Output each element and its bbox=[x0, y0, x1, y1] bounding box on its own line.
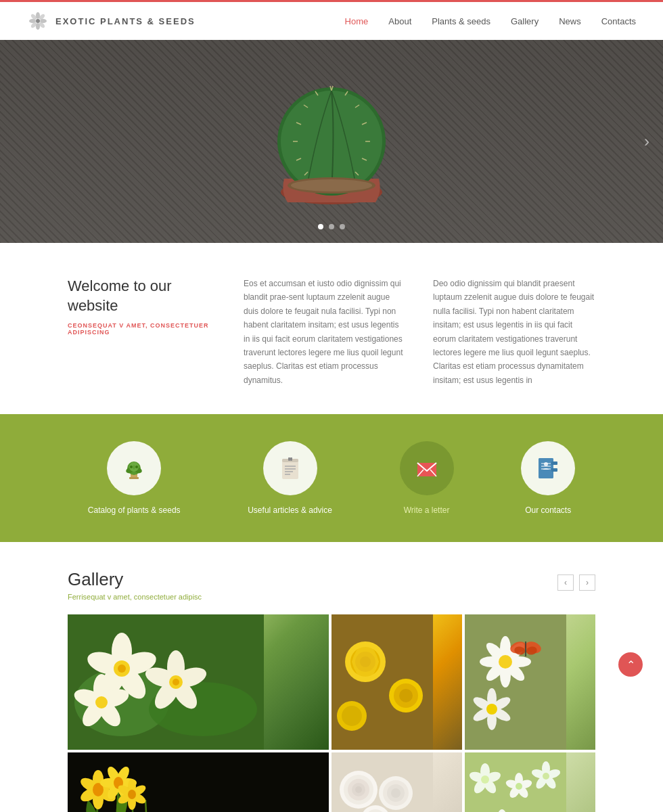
gallery-item-4[interactable] bbox=[68, 752, 329, 812]
gallery-next-button[interactable]: › bbox=[579, 574, 595, 591]
banner-catalog[interactable]: Catalog of plants & seeds bbox=[88, 441, 181, 515]
gallery-nav: ‹ › bbox=[557, 569, 595, 591]
welcome-col1: Eos et accumsan et iusto odio dignissim … bbox=[244, 277, 406, 387]
welcome-col2: Deo odio dignissim qui blandit praesent … bbox=[433, 277, 595, 387]
articles-circle bbox=[263, 441, 317, 495]
logo-text: EXOTIC PLANTS & SEEDS bbox=[55, 16, 196, 26]
hero-cactus-image bbox=[257, 67, 406, 216]
svg-point-71 bbox=[173, 679, 179, 685]
hero-dot-2[interactable] bbox=[329, 224, 334, 229]
banner-articles[interactable]: Useful articles & advice bbox=[248, 441, 332, 515]
gallery-grid bbox=[68, 614, 595, 812]
svg-point-173 bbox=[543, 773, 549, 780]
logo-flower-icon bbox=[27, 10, 49, 32]
svg-point-64 bbox=[118, 664, 126, 673]
gallery-title: Gallery bbox=[68, 569, 202, 590]
hero-dot-3[interactable] bbox=[340, 224, 345, 229]
svg-rect-42 bbox=[288, 457, 290, 461]
nav-gallery[interactable]: Gallery bbox=[511, 16, 539, 26]
catalog-circle bbox=[107, 441, 161, 495]
welcome-title: Welcome to our website bbox=[68, 277, 216, 315]
svg-point-77 bbox=[95, 696, 108, 708]
gallery-item-6[interactable] bbox=[465, 752, 595, 812]
green-banner: Catalog of plants & seeds Useful article… bbox=[0, 414, 663, 542]
hero-next-arrow[interactable]: › bbox=[644, 132, 649, 151]
main-nav: Home About Plants & seeds Gallery News C… bbox=[345, 16, 636, 26]
hero-dots bbox=[318, 224, 345, 229]
gallery-prev-button[interactable]: ‹ bbox=[557, 574, 574, 591]
banner-contacts[interactable]: Our contacts bbox=[521, 441, 575, 515]
svg-point-0 bbox=[36, 19, 40, 23]
welcome-left: Welcome to our website CEONSEQUAT V AMET… bbox=[68, 277, 216, 387]
plant-icon bbox=[120, 455, 147, 482]
welcome-section: Welcome to our website CEONSEQUAT V AMET… bbox=[0, 243, 663, 414]
svg-point-141 bbox=[355, 786, 362, 793]
svg-rect-29 bbox=[129, 477, 139, 479]
gallery-header: Gallery Ferrisequat v amet, consectetuer… bbox=[68, 569, 595, 601]
welcome-subtitle: CEONSEQUAT V AMET, CONSECTETUER ADIPISCI… bbox=[68, 322, 216, 336]
gallery-item-2[interactable] bbox=[332, 614, 462, 750]
contacts-circle bbox=[521, 441, 575, 495]
svg-point-109 bbox=[486, 704, 497, 715]
contacts-label: Our contacts bbox=[525, 505, 571, 515]
gallery-section: Gallery Ferrisequat v amet, consectetuer… bbox=[0, 542, 663, 812]
catalog-label: Catalog of plants & seeds bbox=[88, 505, 181, 515]
svg-point-27 bbox=[291, 179, 372, 191]
nav-contacts[interactable]: Contacts bbox=[601, 16, 636, 26]
letter-label: Write a letter bbox=[404, 505, 450, 515]
svg-rect-88 bbox=[465, 614, 566, 750]
hero-section: › bbox=[0, 40, 663, 243]
svg-point-85 bbox=[399, 689, 413, 702]
gallery-subtitle: Ferrisequat v amet, consectetuer adipisc bbox=[68, 593, 202, 601]
envelope-icon bbox=[413, 455, 440, 482]
svg-point-161 bbox=[481, 775, 489, 784]
nav-home[interactable]: Home bbox=[345, 16, 369, 26]
logo[interactable]: EXOTIC PLANTS & SEEDS bbox=[27, 10, 196, 32]
svg-point-167 bbox=[516, 783, 522, 790]
svg-point-54 bbox=[544, 462, 548, 466]
nav-about[interactable]: About bbox=[388, 16, 411, 26]
svg-point-97 bbox=[499, 655, 512, 669]
header: EXOTIC PLANTS & SEEDS Home About Plants … bbox=[0, 0, 663, 40]
notepad-icon bbox=[277, 455, 304, 482]
gallery-item-3[interactable] bbox=[465, 614, 595, 750]
svg-point-145 bbox=[391, 788, 401, 798]
contacts-book-icon bbox=[534, 455, 562, 482]
nav-news[interactable]: News bbox=[559, 16, 581, 26]
articles-label: Useful articles & advice bbox=[248, 505, 332, 515]
svg-rect-49 bbox=[551, 461, 557, 465]
svg-point-34 bbox=[130, 466, 133, 468]
nav-plants[interactable]: Plants & seeds bbox=[432, 16, 490, 26]
svg-rect-50 bbox=[551, 468, 557, 472]
letter-circle bbox=[400, 441, 454, 495]
gallery-item-1[interactable] bbox=[68, 614, 329, 750]
scroll-to-top-button[interactable]: ⌃ bbox=[618, 652, 643, 677]
svg-rect-43 bbox=[290, 457, 292, 461]
banner-letter[interactable]: Write a letter bbox=[400, 441, 454, 515]
svg-point-87 bbox=[342, 706, 362, 726]
svg-point-135 bbox=[128, 790, 136, 799]
hero-dot-1[interactable] bbox=[318, 224, 323, 229]
gallery-item-5[interactable] bbox=[332, 752, 462, 812]
gallery-title-group: Gallery Ferrisequat v amet, consectetuer… bbox=[68, 569, 202, 601]
svg-point-35 bbox=[135, 466, 138, 468]
